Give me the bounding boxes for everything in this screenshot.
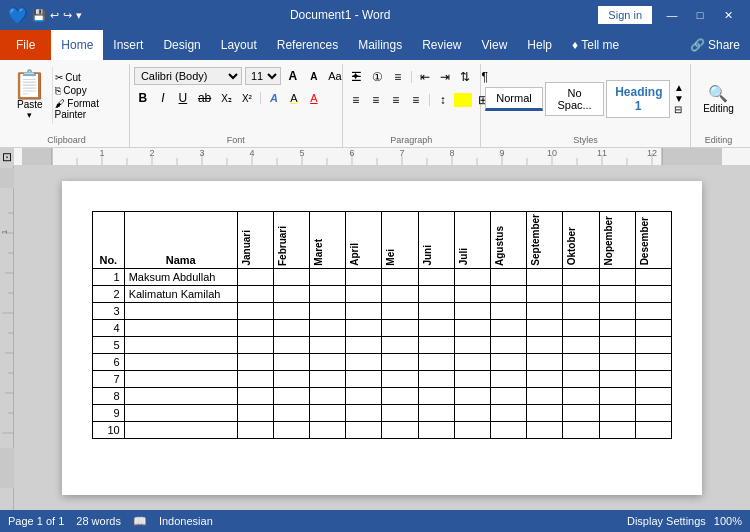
zoom-level[interactable]: 100% — [714, 515, 742, 527]
svg-text:1: 1 — [0, 229, 9, 234]
ruler-content: 12 34 56 78 910 1112 — [22, 148, 750, 165]
row-month-cell — [273, 421, 309, 438]
format-painter-button[interactable]: 🖌 Format Painter — [55, 98, 123, 120]
row-month-cell — [491, 268, 527, 285]
row-month-cell — [635, 353, 671, 370]
clipboard-label: Clipboard — [4, 135, 129, 145]
quick-save[interactable]: 💾 — [32, 9, 46, 22]
row-month-cell — [454, 421, 490, 438]
row-number: 4 — [93, 319, 125, 336]
ruler-corner[interactable]: ⊡ — [0, 148, 14, 165]
document-area[interactable]: No. Nama Januari Februari Maret April Me… — [14, 166, 750, 510]
display-settings[interactable]: Display Settings — [627, 515, 706, 527]
menu-layout[interactable]: Layout — [211, 30, 267, 60]
style-normal[interactable]: Normal — [485, 87, 543, 111]
row-month-cell — [635, 268, 671, 285]
menu-design[interactable]: Design — [153, 30, 210, 60]
menu-help[interactable]: Help — [517, 30, 562, 60]
row-month-cell — [418, 319, 454, 336]
line-spacing-button[interactable]: ↕ — [434, 90, 452, 110]
numbering-button[interactable]: ① — [368, 67, 387, 87]
row-month-cell — [237, 387, 273, 404]
align-left-button[interactable]: ≡ — [347, 90, 365, 110]
maximize-button[interactable]: □ — [686, 0, 714, 30]
row-month-cell — [418, 285, 454, 302]
style-no-spacing[interactable]: No Spac... — [545, 82, 604, 116]
minimize-button[interactable]: — — [658, 0, 686, 30]
underline-button[interactable]: U — [174, 88, 192, 108]
row-month-cell — [237, 370, 273, 387]
menu-share[interactable]: 🔗 Share — [680, 30, 750, 60]
menu-home[interactable]: Home — [51, 30, 103, 60]
shading-button[interactable] — [454, 93, 472, 107]
multilevel-button[interactable]: ≡ — [389, 67, 407, 87]
row-month-cell — [563, 285, 599, 302]
sign-in-button[interactable]: Sign in — [598, 6, 652, 24]
highlight-button[interactable]: A — [285, 88, 303, 108]
row-month-cell — [237, 302, 273, 319]
row-month-cell — [599, 370, 635, 387]
svg-text:5: 5 — [299, 148, 304, 158]
bold-button[interactable]: B — [134, 88, 152, 108]
row-month-cell — [346, 319, 382, 336]
increase-indent-button[interactable]: ⇥ — [436, 67, 454, 87]
row-month-cell — [418, 404, 454, 421]
row-month-cell — [382, 336, 418, 353]
row-month-cell — [563, 404, 599, 421]
change-case-button[interactable]: Aa — [326, 67, 344, 85]
menu-tell-me[interactable]: ♦ Tell me — [562, 30, 629, 60]
subscript-button[interactable]: X₂ — [217, 88, 236, 108]
editing-group: 🔍 Editing Editing — [691, 64, 746, 147]
row-month-cell — [527, 268, 563, 285]
paste-dropdown[interactable]: ▾ — [27, 110, 32, 120]
copy-button[interactable]: ⎘ Copy — [55, 85, 123, 96]
row-month-cell — [418, 268, 454, 285]
find-button[interactable]: 🔍 Editing — [703, 84, 734, 114]
menu-references[interactable]: References — [267, 30, 348, 60]
font-shrink-button[interactable]: A — [305, 67, 323, 85]
cut-button[interactable]: ✂ Cut — [55, 72, 123, 83]
strikethrough-button[interactable]: ab — [194, 88, 215, 108]
quick-undo[interactable]: ↩ — [50, 9, 59, 22]
quick-redo[interactable]: ↪ — [63, 9, 72, 22]
styles-more-button[interactable]: ▲ ▼ ⊟ — [672, 80, 686, 117]
style-heading1[interactable]: Heading 1 — [606, 80, 670, 118]
menu-insert[interactable]: Insert — [103, 30, 153, 60]
row-month-cell — [563, 421, 599, 438]
spelling-icon: 📖 — [133, 515, 147, 528]
row-month-cell — [310, 387, 346, 404]
row-month-cell — [635, 404, 671, 421]
row-number: 10 — [93, 421, 125, 438]
paste-button[interactable]: 📋 Paste ▾ — [8, 67, 53, 124]
font-size-select[interactable]: 11 — [245, 67, 281, 85]
row-month-cell — [454, 370, 490, 387]
row-month-cell — [418, 387, 454, 404]
font-color-button[interactable]: A — [305, 88, 323, 108]
decrease-indent-button[interactable]: ⇤ — [416, 67, 434, 87]
svg-text:1: 1 — [99, 148, 104, 158]
row-month-cell — [273, 268, 309, 285]
language[interactable]: Indonesian — [159, 515, 213, 527]
italic-button[interactable]: I — [154, 88, 172, 108]
align-center-button[interactable]: ≡ — [367, 90, 385, 110]
menu-file[interactable]: File — [0, 30, 51, 60]
row-month-cell — [346, 268, 382, 285]
justify-button[interactable]: ≡ — [407, 90, 425, 110]
menu-mailings[interactable]: Mailings — [348, 30, 412, 60]
font-grow-button[interactable]: A — [284, 67, 302, 85]
menu-view[interactable]: View — [472, 30, 518, 60]
row-month-cell — [382, 404, 418, 421]
text-effect-button[interactable]: A — [265, 88, 283, 108]
font-label: Font — [130, 135, 342, 145]
row-month-cell — [310, 319, 346, 336]
menu-review[interactable]: Review — [412, 30, 471, 60]
sort-button[interactable]: ⇅ — [456, 67, 474, 87]
row-month-cell — [491, 353, 527, 370]
align-right-button[interactable]: ≡ — [387, 90, 405, 110]
close-button[interactable]: ✕ — [714, 0, 742, 30]
svg-rect-41 — [0, 448, 14, 488]
font-name-select[interactable]: Calibri (Body) — [134, 67, 242, 85]
row-month-cell — [237, 353, 273, 370]
superscript-button[interactable]: X² — [238, 88, 256, 108]
bullets-button[interactable]: ☰ — [347, 67, 366, 87]
